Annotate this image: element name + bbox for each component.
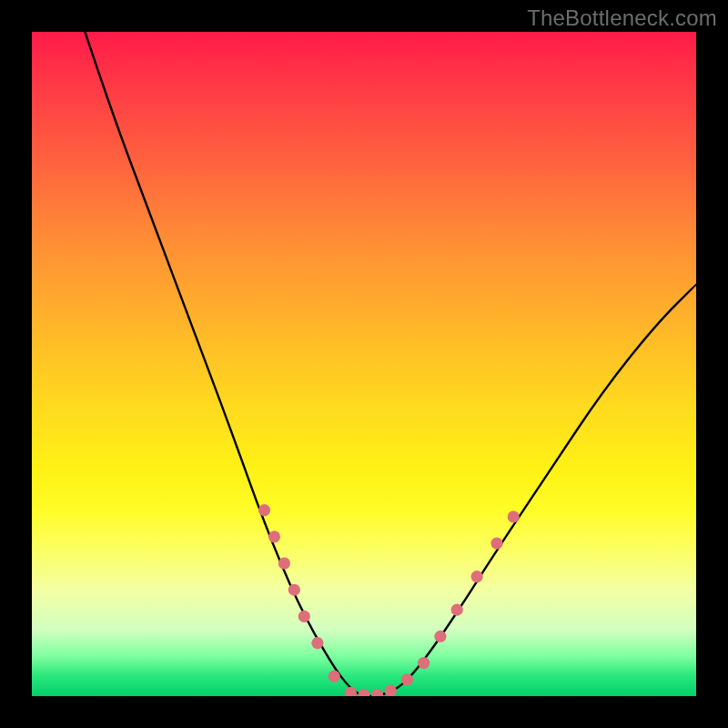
curve-marker	[358, 689, 369, 696]
curve-marker	[401, 673, 413, 685]
curve-marker	[371, 689, 383, 696]
chart-frame: TheBottleneck.com	[0, 0, 728, 728]
chart-svg	[32, 32, 696, 696]
curve-marker	[298, 611, 310, 622]
curve-marker	[434, 631, 446, 642]
curve-marker	[385, 685, 397, 696]
curve-marker	[451, 604, 463, 616]
curve-marker	[471, 571, 483, 582]
curve-marker	[490, 538, 502, 550]
curve-marker	[329, 671, 340, 682]
curve-marker	[345, 687, 357, 696]
watermark-text: TheBottleneck.com	[527, 5, 717, 31]
curve-marker	[508, 511, 520, 522]
curve-marker	[268, 531, 280, 542]
curve-marker	[418, 657, 430, 669]
plot-area	[32, 32, 696, 696]
curve-marker	[288, 584, 300, 596]
curve-marker	[278, 557, 290, 569]
curve-marker	[258, 504, 270, 516]
bottleneck-curve	[85, 32, 696, 696]
curve-marker	[311, 637, 323, 649]
